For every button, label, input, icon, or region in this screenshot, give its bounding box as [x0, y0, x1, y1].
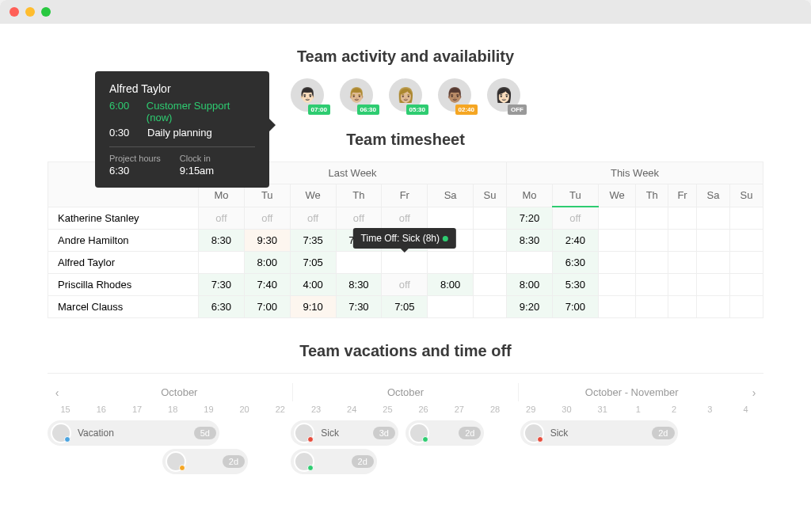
time-cell[interactable]: 8:00: [507, 274, 553, 296]
member-name-cell[interactable]: Marcel Clauss: [48, 296, 199, 318]
time-cell[interactable]: off: [290, 207, 336, 230]
time-cell[interactable]: [696, 207, 729, 230]
vacation-bar[interactable]: 2d: [162, 449, 248, 474]
avatar-icon: [294, 423, 314, 443]
time-cell[interactable]: [474, 296, 507, 318]
team-avatar[interactable]: 👨🏽02:40: [438, 78, 471, 112]
time-cell[interactable]: 4:00: [290, 274, 336, 296]
time-cell[interactable]: [729, 296, 763, 318]
vacation-bar[interactable]: Sick3d: [291, 420, 398, 446]
time-cell[interactable]: 7:05Time Off: Sick (8h): [382, 230, 428, 252]
time-cell[interactable]: [696, 230, 729, 252]
day-label: 16: [83, 405, 119, 414]
avatar-icon: [294, 451, 314, 472]
time-cell[interactable]: 7:05: [290, 252, 336, 274]
time-cell[interactable]: off: [199, 207, 245, 230]
time-cell[interactable]: [636, 207, 668, 230]
time-cell[interactable]: [729, 230, 763, 252]
time-cell[interactable]: [668, 274, 697, 296]
day-header: Su: [729, 184, 763, 207]
time-cell[interactable]: [696, 274, 729, 296]
close-icon[interactable]: [10, 7, 19, 17]
time-cell[interactable]: [428, 296, 474, 318]
time-cell[interactable]: [668, 296, 697, 318]
minimize-icon[interactable]: [25, 7, 35, 17]
time-cell[interactable]: [336, 252, 382, 274]
time-cell[interactable]: 8:30: [507, 230, 553, 252]
time-cell[interactable]: [696, 296, 729, 318]
time-cell[interactable]: [598, 230, 636, 252]
time-cell[interactable]: 7:30: [199, 274, 245, 296]
time-cell[interactable]: [474, 274, 507, 296]
time-cell[interactable]: 9:20: [507, 296, 553, 318]
vacation-bar[interactable]: 2d: [291, 449, 376, 474]
next-month-button[interactable]: ›: [744, 386, 763, 399]
time-cell[interactable]: [598, 207, 636, 230]
member-name-cell[interactable]: Alfred Taylor: [48, 252, 199, 274]
time-cell[interactable]: 8:00: [428, 274, 474, 296]
time-cell[interactable]: 7:35: [290, 230, 336, 252]
time-cell[interactable]: [729, 252, 763, 274]
time-cell[interactable]: 9:10: [290, 296, 336, 318]
time-cell[interactable]: [598, 274, 636, 296]
time-cell[interactable]: [474, 230, 507, 252]
time-cell[interactable]: 6:30: [199, 296, 245, 318]
time-cell[interactable]: [729, 207, 763, 230]
time-cell[interactable]: 2:40: [552, 230, 598, 252]
time-cell[interactable]: off: [244, 207, 290, 230]
time-cell[interactable]: [382, 252, 428, 274]
time-cell[interactable]: 7:20: [507, 207, 553, 230]
vacation-bar[interactable]: Sick2d: [520, 420, 678, 446]
member-name-cell[interactable]: Priscilla Rhodes: [48, 274, 199, 296]
time-cell[interactable]: 7:40: [244, 274, 290, 296]
member-name-cell[interactable]: Andre Hamilton: [48, 230, 199, 252]
maximize-icon[interactable]: [41, 7, 51, 17]
vacation-type: Vacation: [78, 428, 114, 439]
time-cell[interactable]: [636, 274, 668, 296]
time-cell[interactable]: [636, 252, 668, 274]
time-cell[interactable]: [668, 252, 697, 274]
time-cell[interactable]: 8:00: [244, 252, 290, 274]
time-cell[interactable]: 5:30: [552, 274, 598, 296]
time-cell[interactable]: 7:00: [552, 296, 598, 318]
time-cell[interactable]: [428, 207, 474, 230]
team-avatar[interactable]: 👨🏻07:00: [291, 78, 324, 112]
time-cell[interactable]: 9:30: [244, 230, 290, 252]
time-cell[interactable]: 8:30: [199, 230, 245, 252]
time-cell[interactable]: [668, 230, 697, 252]
this-week-header: This Week: [507, 162, 763, 184]
team-avatar[interactable]: 👨🏼06:30: [340, 78, 373, 112]
time-cell[interactable]: [636, 230, 668, 252]
time-cell[interactable]: [474, 207, 507, 230]
member-name-cell[interactable]: Katherine Stanley: [48, 207, 199, 230]
time-cell[interactable]: [696, 252, 729, 274]
time-cell[interactable]: 7:30: [336, 296, 382, 318]
time-cell[interactable]: [598, 252, 636, 274]
time-cell[interactable]: [668, 207, 697, 230]
time-cell[interactable]: 8:30: [336, 274, 382, 296]
time-cell[interactable]: 7:05: [382, 296, 428, 318]
vacation-bar[interactable]: 2d: [406, 420, 484, 446]
team-avatar[interactable]: 👩🏼05:30: [389, 78, 422, 112]
vacation-bar[interactable]: Vacation5d: [48, 420, 219, 446]
day-label: 24: [334, 405, 370, 414]
time-cell[interactable]: [428, 252, 474, 274]
time-cell[interactable]: [598, 296, 636, 318]
time-cell[interactable]: off: [552, 207, 598, 230]
time-cell[interactable]: [636, 296, 668, 318]
time-cell[interactable]: 7:00: [244, 296, 290, 318]
time-cell[interactable]: off: [382, 207, 428, 230]
day-header: Sa: [428, 184, 474, 207]
day-label: 1: [620, 405, 656, 414]
time-cell[interactable]: [474, 252, 507, 274]
time-cell[interactable]: [199, 252, 245, 274]
time-cell[interactable]: off: [336, 207, 382, 230]
prev-month-button[interactable]: ‹: [48, 386, 67, 399]
tooltip-entry-time: 6:00: [109, 100, 137, 124]
time-cell[interactable]: [729, 274, 763, 296]
time-cell[interactable]: 6:30: [552, 252, 598, 274]
team-avatar[interactable]: 👩🏻OFF: [487, 78, 520, 112]
time-cell[interactable]: off: [382, 274, 428, 296]
time-cell[interactable]: [507, 252, 553, 274]
tooltip-entry-time: 0:30: [109, 127, 138, 139]
